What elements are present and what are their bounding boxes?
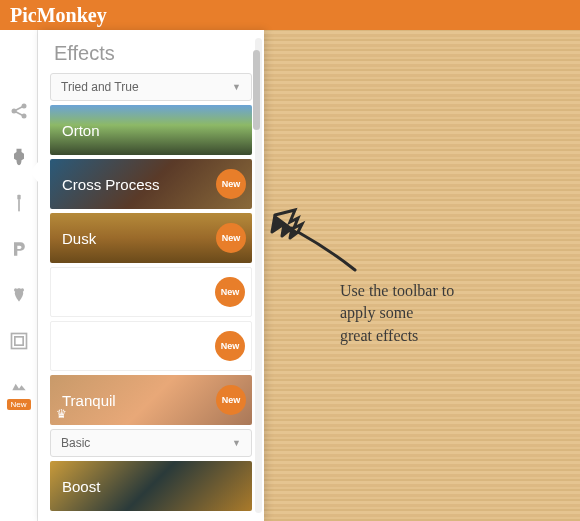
panel-content: Tried and True ▼ OrtonCross ProcessNewDu…: [38, 73, 264, 511]
app-header: PicMonkey: [0, 0, 580, 30]
svg-rect-3: [17, 195, 20, 200]
new-badge: New: [215, 277, 245, 307]
new-badge: New: [216, 169, 246, 199]
effect-item[interactable]: Cross ProcessNew: [50, 159, 252, 209]
frames-icon[interactable]: [8, 330, 30, 352]
svg-rect-7: [11, 334, 26, 349]
panel-title: Effects: [38, 30, 264, 73]
svg-point-5: [14, 288, 17, 291]
tool-sidebar: New: [0, 30, 38, 521]
text-icon[interactable]: [8, 238, 30, 260]
svg-point-6: [20, 288, 23, 291]
annotation-arrow: [260, 200, 370, 280]
dropdown-label: Tried and True: [61, 80, 139, 94]
effect-item[interactable]: TranquilNew♛: [50, 375, 252, 425]
textures-icon[interactable]: New: [8, 376, 30, 398]
dropdown-label: Basic: [61, 436, 90, 450]
group-dropdown-basic[interactable]: Basic ▼: [50, 429, 252, 457]
crown-icon: ♛: [56, 407, 67, 421]
effects-panel: Effects Tried and True ▼ OrtonCross Proc…: [38, 30, 264, 521]
effect-item[interactable]: New: [50, 321, 252, 371]
new-badge: New: [6, 399, 30, 410]
annotation-line: Use the toolbar to: [340, 280, 454, 302]
app-logo: PicMonkey: [10, 4, 107, 27]
new-badge: New: [215, 331, 245, 361]
effect-item[interactable]: New: [50, 267, 252, 317]
effects-icon[interactable]: [8, 146, 30, 168]
annotation-line: apply some: [340, 302, 454, 324]
touchup-icon[interactable]: [8, 192, 30, 214]
new-badge: New: [216, 223, 246, 253]
chevron-down-icon: ▼: [232, 82, 241, 92]
effect-item[interactable]: Boost: [50, 461, 252, 511]
effect-item[interactable]: Orton: [50, 105, 252, 155]
effect-label: Tranquil: [62, 392, 116, 409]
share-icon[interactable]: [8, 100, 30, 122]
annotation-line: great effects: [340, 325, 454, 347]
scrollbar-thumb[interactable]: [253, 50, 260, 130]
effect-label: Dusk: [62, 230, 96, 247]
effect-label: Orton: [62, 122, 100, 139]
svg-rect-4: [18, 200, 20, 212]
overlays-icon[interactable]: [8, 284, 30, 306]
effect-label: Boost: [62, 478, 100, 495]
group-dropdown-tried-true[interactable]: Tried and True ▼: [50, 73, 252, 101]
effect-label: Cross Process: [62, 176, 160, 193]
svg-rect-8: [14, 337, 22, 345]
chevron-down-icon: ▼: [232, 438, 241, 448]
annotation-text: Use the toolbar to apply some great effe…: [340, 280, 454, 347]
new-badge: New: [216, 385, 246, 415]
effect-item[interactable]: DuskNew: [50, 213, 252, 263]
